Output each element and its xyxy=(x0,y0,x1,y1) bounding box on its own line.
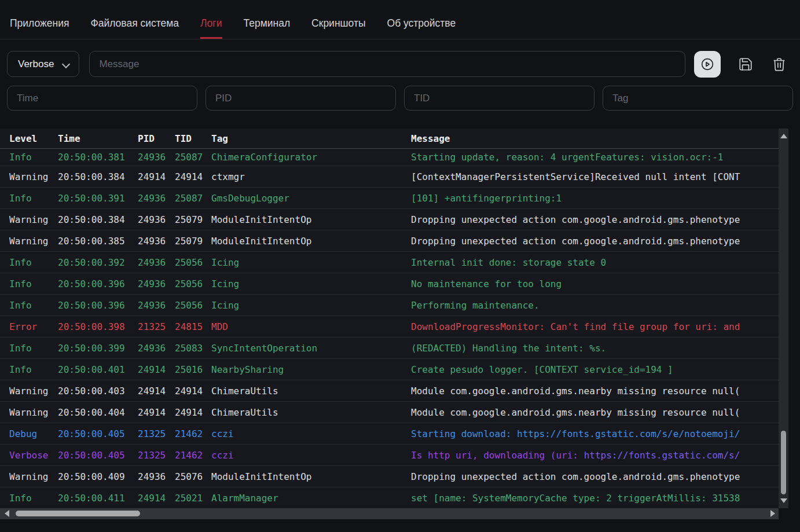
cell-tag: AlarmManager xyxy=(211,493,411,504)
table-row[interactable]: Info20:50:00.3912493625087GmsDebugLogger… xyxy=(0,188,788,209)
scroll-right-arrow-icon[interactable] xyxy=(770,510,775,517)
log-table: LevelTimePIDTIDTagMessage Info20:50:00.3… xyxy=(0,129,788,508)
cell-time: 20:50:00.398 xyxy=(58,321,138,332)
cell-pid: 24914 xyxy=(138,364,175,375)
cell-pid: 24936 xyxy=(138,214,175,225)
cell-tid: 25016 xyxy=(175,364,211,375)
tab-about[interactable]: Об устройстве xyxy=(387,17,456,39)
cell-time: 20:50:00.392 xyxy=(58,257,138,268)
tab-terminal[interactable]: Терминал xyxy=(244,17,291,39)
cell-tag: GmsDebugLogger xyxy=(211,193,411,204)
cell-level: Info xyxy=(9,278,58,289)
cell-tag: NearbySharing xyxy=(211,364,411,375)
cell-message: [101] +antifingerprinting:1 xyxy=(411,193,779,204)
cell-tag: ModuleInitIntentOp xyxy=(211,214,411,225)
table-row[interactable]: Warning20:50:00.3842493625079ModuleInitI… xyxy=(0,209,788,230)
tab-logs[interactable]: Логи xyxy=(200,17,222,39)
table-row[interactable]: Warning20:50:00.4092493625076ModuleInitI… xyxy=(0,466,788,487)
table-row[interactable]: Warning20:50:00.3852493625079ModuleInitI… xyxy=(0,230,788,252)
message-filter-input[interactable] xyxy=(89,51,685,77)
scroll-left-arrow-icon[interactable] xyxy=(5,510,9,517)
cell-level: Info xyxy=(9,343,58,354)
table-row[interactable]: Error20:50:00.3982132524815MDDDownloadPr… xyxy=(0,316,788,337)
cell-time: 20:50:00.384 xyxy=(58,171,138,182)
table-row[interactable]: Info20:50:00.4012491425016NearbySharingC… xyxy=(0,359,788,380)
cell-pid: 24936 xyxy=(138,300,175,311)
cell-tid: 25079 xyxy=(175,236,211,247)
cell-level: Warning xyxy=(9,386,58,397)
chevron-down-icon xyxy=(63,60,69,66)
table-row[interactable]: Warning20:50:00.3842491424914ctxmgr[Cont… xyxy=(0,166,788,188)
table-row[interactable]: Info20:50:00.3812493625087ChimeraConfigu… xyxy=(0,149,788,166)
cell-pid: 24936 xyxy=(138,236,175,247)
log-level-value: Verbose xyxy=(18,58,54,70)
log-toolbar: Verbose xyxy=(7,51,793,77)
cell-level: Warning xyxy=(9,236,58,247)
cell-level: Info xyxy=(9,300,58,311)
column-header-time: Time xyxy=(58,133,138,144)
cell-level: Warning xyxy=(9,471,58,482)
cell-message: No maintenance for too long xyxy=(411,278,779,289)
log-level-select[interactable]: Verbose xyxy=(7,51,79,77)
cell-message: (REDACTED) Handling the intent: %s. xyxy=(411,343,779,354)
table-row[interactable]: Debug20:50:00.4052132521462ccziStarting … xyxy=(0,423,788,445)
table-row[interactable]: Info20:50:00.3962493625056IcingPerformin… xyxy=(0,295,788,316)
vertical-scrollbar[interactable] xyxy=(779,129,788,508)
table-row[interactable]: Info20:50:00.4112491425021AlarmManagerse… xyxy=(0,487,788,508)
play-circle-icon xyxy=(700,57,715,72)
cell-tid: 24914 xyxy=(175,171,211,182)
cell-message: Internal init done: storage state 0 xyxy=(411,257,779,268)
vertical-scrollbar-thumb[interactable] xyxy=(781,431,786,494)
cell-tid: 24914 xyxy=(175,386,211,397)
cell-level: Info xyxy=(9,257,58,268)
cell-time: 20:50:00.396 xyxy=(58,300,138,311)
tab-filesystem[interactable]: Файловая система xyxy=(90,17,179,39)
log-table-body: Info20:50:00.3812493625087ChimeraConfigu… xyxy=(0,149,788,508)
time-filter-input[interactable] xyxy=(7,86,197,111)
tag-filter-input[interactable] xyxy=(603,86,793,111)
save-log-button[interactable] xyxy=(737,56,754,73)
cell-message: Dropping unexpected action com.google.an… xyxy=(411,214,779,225)
cell-time: 20:50:00.404 xyxy=(58,407,138,418)
cell-tid: 25079 xyxy=(175,214,211,225)
cell-level: Info xyxy=(9,364,58,375)
tab-apps[interactable]: Приложения xyxy=(10,17,69,39)
pid-filter-input[interactable] xyxy=(205,86,396,111)
cell-time: 20:50:00.401 xyxy=(58,364,138,375)
cell-level: Verbose xyxy=(9,450,58,461)
cell-tag: SyncIntentOperation xyxy=(211,343,411,354)
message-segment: https://fonts.gstatic.com/s/ xyxy=(584,450,740,461)
cell-message: Dropping unexpected action com.google.an… xyxy=(411,471,779,482)
table-row[interactable]: Verbose20:50:00.4052132521462ccziIs http… xyxy=(0,445,788,466)
scroll-up-arrow-icon[interactable] xyxy=(780,134,787,138)
tab-bar: ПриложенияФайловая системаЛогиТерминалСк… xyxy=(0,0,800,39)
cell-message: Is http uri, downloading (uri: https://f… xyxy=(411,450,779,461)
cell-pid: 24936 xyxy=(138,152,175,163)
scroll-down-arrow-icon[interactable] xyxy=(780,498,787,503)
table-row[interactable]: Info20:50:00.3992493625083SyncIntentOper… xyxy=(0,337,788,359)
cell-message: Module com.google.android.gms.nearby mis… xyxy=(411,386,779,397)
clear-log-button[interactable] xyxy=(770,56,788,73)
cell-pid: 24914 xyxy=(138,171,175,182)
start-logging-button[interactable] xyxy=(694,51,721,78)
log-table-header: LevelTimePIDTIDTagMessage xyxy=(0,129,788,149)
cell-pid: 24914 xyxy=(138,386,175,397)
cell-time: 20:50:00.405 xyxy=(58,450,138,461)
horizontal-scrollbar[interactable] xyxy=(0,508,779,519)
message-segment: Is http uri, downloading (uri: xyxy=(411,450,584,461)
table-row[interactable]: Warning20:50:00.4032491424914ChimeraUtil… xyxy=(0,380,788,402)
cell-time: 20:50:00.411 xyxy=(58,493,138,504)
table-row[interactable]: Warning20:50:00.4042491424914ChimeraUtil… xyxy=(0,402,788,423)
cell-time: 20:50:00.399 xyxy=(58,343,138,354)
horizontal-scrollbar-thumb[interactable] xyxy=(16,511,140,516)
cell-tag: ChimeraConfigurator xyxy=(211,152,411,163)
cell-message: set [name: SystemMemoryCache type: 2 tri… xyxy=(411,493,779,504)
cell-tid: 24914 xyxy=(175,407,211,418)
table-row[interactable]: Info20:50:00.3922493625056IcingInternal … xyxy=(0,252,788,273)
tab-screenshots[interactable]: Скриншоты xyxy=(311,17,365,39)
cell-tag: ModuleInitIntentOp xyxy=(211,471,411,482)
table-row[interactable]: Info20:50:00.3962493625056IcingNo mainte… xyxy=(0,273,788,295)
cell-tid: 25083 xyxy=(175,343,211,354)
tid-filter-input[interactable] xyxy=(404,86,595,111)
cell-tid: 25056 xyxy=(175,257,211,268)
